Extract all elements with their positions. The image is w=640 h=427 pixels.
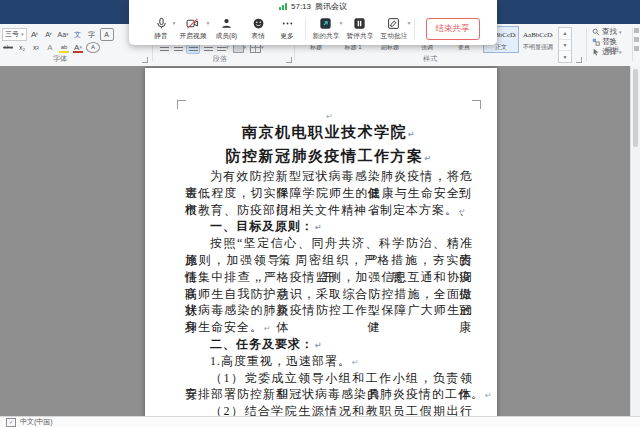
members-icon bbox=[220, 17, 233, 30]
more-button[interactable]: 更多 bbox=[273, 17, 302, 41]
font-size-value: 三号 bbox=[5, 29, 19, 39]
style-gallery-scroll[interactable]: ▲ ▼ ▼ bbox=[558, 27, 572, 63]
highlight-color-icon[interactable] bbox=[58, 42, 70, 53]
editing-group-label: 编辑 bbox=[592, 45, 632, 55]
document-line: 高师生自我防护意识，采取综合防控措施，全面做好新型冠 bbox=[185, 286, 473, 303]
new-share-button[interactable]: 新的共享 ▼ bbox=[309, 17, 343, 41]
ribbon-tab[interactable] bbox=[46, 8, 56, 24]
meeting-controls-row: 静音 ▼ 开启视频 ▼ 成员(8) 表情 更多 bbox=[129, 12, 497, 45]
shrink-font-icon[interactable] bbox=[43, 29, 55, 40]
chevron-down-icon: ▾ bbox=[21, 31, 24, 37]
proofing-status-icon[interactable]: ✓ bbox=[6, 418, 16, 427]
editing-group: 查找 ▾ 替换 选择 ▾ 编辑 bbox=[592, 26, 632, 57]
meeting-app-name: 腾讯会议 bbox=[315, 1, 347, 12]
meeting-status-row: 57:13 腾讯会议 bbox=[129, 0, 497, 12]
chevron-down-icon[interactable]: ▼ bbox=[407, 20, 412, 26]
document-line: 一、目标及原则：↵ bbox=[185, 218, 473, 235]
meeting-toolbar: 57:13 腾讯会议 静音 ▼ 开启视频 ▼ 成员(8) 表情 bbox=[129, 0, 497, 45]
character-scaling-icon[interactable] bbox=[86, 29, 98, 40]
margin-cropmark-right bbox=[472, 100, 481, 109]
document-line: 情集中排查，严格疫情监测，加强信息互通和协调联动，提 bbox=[185, 269, 473, 286]
paragraph-dialog-launcher[interactable] bbox=[286, 57, 292, 63]
group-separator bbox=[632, 28, 633, 61]
document-content: ↵ 南京机电职业技术学院↵ 防控新冠肺炎疫情工作方案↵ 为有效防控新型冠状病毒感… bbox=[185, 108, 473, 416]
more-icon bbox=[281, 17, 294, 30]
emoji-icon bbox=[252, 17, 265, 30]
grow-font-icon[interactable] bbox=[29, 29, 41, 40]
screen: 三号 ▾ ▾ ▾ 字体 ▾ ▾ ▾ bbox=[0, 0, 640, 427]
strikethrough-icon[interactable] bbox=[2, 42, 14, 53]
toolbar-separator bbox=[305, 18, 306, 40]
styles-dialog-launcher[interactable] bbox=[576, 57, 582, 63]
empty-paragraph: ↵ bbox=[185, 108, 473, 120]
styles-group-label: 样式 bbox=[400, 54, 460, 64]
document-area: ↵ 南京机电职业技术学院↵ 防控新冠肺炎疫情工作方案↵ 为有效防控新型冠状病毒感… bbox=[0, 66, 640, 416]
ribbon-tab[interactable] bbox=[26, 8, 36, 24]
document-line: 按照“坚定信心、同舟共济、科学防治、精准施策”的 bbox=[185, 235, 473, 252]
chevron-down-icon: ▾ bbox=[619, 29, 622, 35]
style-preview: AaBbCcDd bbox=[523, 28, 553, 43]
document-line: （1）党委成立领导小组和工作小组，负责领导和具体 bbox=[185, 370, 473, 387]
document-line: 市教育、防疫部门相关文件精神，制定本方案。↵ bbox=[185, 202, 473, 219]
status-bar: ✓ 中文(中国) bbox=[0, 416, 640, 427]
font-size-combobox[interactable]: 三号 ▾ bbox=[2, 28, 27, 41]
scrollbar-thumb[interactable] bbox=[633, 69, 638, 147]
style-label: 不明显强调 bbox=[523, 43, 553, 51]
clipped-ribbon-group bbox=[634, 28, 640, 55]
end-share-button[interactable]: 结束共享 bbox=[426, 18, 480, 40]
pause-share-icon bbox=[353, 17, 366, 30]
ribbon-tab[interactable] bbox=[6, 8, 16, 24]
group-separator bbox=[586, 28, 587, 61]
language-indicator[interactable]: 中文(中国) bbox=[20, 417, 53, 427]
pause-share-button[interactable]: 暂停共享 bbox=[343, 17, 377, 41]
search-icon bbox=[592, 28, 600, 36]
document-line: 最低程度，切实保障学院师生的健康与生命安全，根据省、 bbox=[185, 185, 473, 202]
annotation-button[interactable]: 互动批注 ▼ bbox=[377, 17, 411, 41]
character-border-icon[interactable] bbox=[100, 28, 114, 41]
font-dialog-launcher[interactable] bbox=[142, 57, 148, 63]
paragraph-group-label: 段落 bbox=[190, 54, 250, 64]
gallery-more-icon[interactable]: ▼ bbox=[559, 51, 571, 62]
enclose-characters-icon[interactable] bbox=[86, 42, 100, 53]
vertical-scrollbar[interactable] bbox=[630, 66, 640, 416]
new-share-icon bbox=[319, 17, 332, 30]
document-body: 为有效防控新型冠状病毒感染肺炎疫情，将危害降低到最低程度，切实保障学院师生的健康… bbox=[185, 168, 473, 416]
ribbon-tabs bbox=[0, 8, 56, 24]
microphone-icon bbox=[155, 17, 168, 30]
style-gallery-item[interactable]: AaBbCcDd 不明显强调 bbox=[520, 26, 556, 53]
meeting-timer: 57:13 bbox=[291, 2, 311, 11]
gallery-scroll-down-icon[interactable]: ▼ bbox=[559, 40, 571, 52]
start-video-button[interactable]: 开启视频 ▼ bbox=[176, 17, 210, 41]
document-page[interactable]: ↵ 南京机电职业技术学院↵ 防控新冠肺炎疫情工作方案↵ 为有效防控新型冠状病毒感… bbox=[145, 68, 497, 416]
document-line: 状病毒感染的肺炎疫情防控工作，保障广大师生的身体健康 bbox=[185, 302, 473, 319]
phonetic-guide-icon[interactable] bbox=[72, 29, 84, 40]
camera-off-icon bbox=[186, 17, 199, 30]
superscript-icon[interactable] bbox=[30, 42, 42, 53]
document-line: （2）结合学院生源情况和教职员工假期出行情况，调 bbox=[185, 403, 473, 416]
font-color-icon[interactable]: ▾ bbox=[72, 42, 84, 53]
document-line: 二、任务及要求：↵ bbox=[185, 336, 473, 353]
toolbar-separator bbox=[414, 18, 415, 40]
document-line: 为有效防控新型冠状病毒感染肺炎疫情，将危害降低到 bbox=[185, 168, 473, 185]
document-line: 安排部署防控新型冠状病毒感染的肺炎疫情的工作。↵ bbox=[185, 386, 473, 403]
change-case-icon[interactable]: ▾ bbox=[57, 29, 70, 40]
font-group-label: 字体 bbox=[30, 54, 90, 64]
document-line: 1.高度重视，迅速部署。↵ bbox=[185, 353, 473, 370]
ribbon-tab[interactable] bbox=[36, 8, 46, 24]
ribbon-tab[interactable] bbox=[16, 8, 26, 24]
document-title-line: 南京机电职业技术学院↵ bbox=[185, 120, 473, 144]
find-button[interactable]: 查找 ▾ bbox=[592, 27, 632, 36]
emoji-button[interactable]: 表情 bbox=[244, 17, 273, 41]
gallery-scroll-up-icon[interactable]: ▲ bbox=[559, 28, 571, 40]
text-effects-icon[interactable] bbox=[44, 42, 56, 53]
members-button[interactable]: 成员(8) bbox=[210, 17, 244, 41]
subscript-icon[interactable] bbox=[16, 42, 28, 53]
document-line: 原则，加强领导，周密组织，严格措施，夯实责任，开展疫 bbox=[185, 252, 473, 269]
mute-button[interactable]: 静音 ▼ bbox=[147, 17, 176, 41]
signal-strength-icon bbox=[279, 3, 287, 10]
annotation-icon bbox=[387, 17, 400, 30]
document-title-line: 防控新冠肺炎疫情工作方案↵ bbox=[185, 144, 473, 168]
